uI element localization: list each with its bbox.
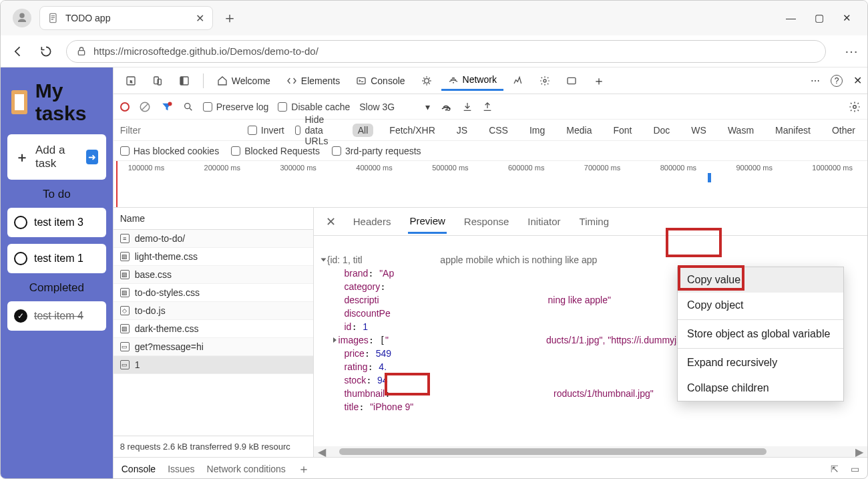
tab-elements[interactable]: Elements	[280, 71, 347, 90]
filter-input[interactable]	[120, 125, 237, 136]
filter-type[interactable]: Fetch/XHR	[384, 124, 440, 137]
filter-type[interactable]: Media	[561, 124, 597, 137]
window-close[interactable]: ✕	[843, 12, 851, 24]
request-row[interactable]: ▨light-theme.css	[114, 248, 313, 266]
ctx-copy-object[interactable]: Copy object	[678, 293, 843, 318]
filter-type[interactable]: Doc	[648, 124, 675, 137]
request-row[interactable]: ▭get?message=hi	[114, 338, 313, 356]
close-tab-icon[interactable]: ✕	[196, 12, 204, 25]
drawer-expand-icon[interactable]: ⇱	[831, 464, 839, 474]
submit-task-button[interactable]: ➜	[86, 150, 98, 164]
tab-welcome[interactable]: Welcome	[210, 71, 277, 90]
request-row-selected[interactable]: ▭1	[114, 356, 313, 374]
filter-type[interactable]: Font	[608, 124, 637, 137]
drawer-add-icon[interactable]: ＋	[298, 461, 310, 477]
network-settings-icon[interactable]	[849, 101, 861, 113]
task-circle-icon[interactable]	[14, 252, 27, 265]
network-timeline[interactable]: 100000 ms 200000 ms 300000 ms 400000 ms …	[114, 161, 867, 208]
request-row[interactable]: ▨base.css	[114, 266, 313, 284]
ctx-store-global[interactable]: Store object as global variable	[678, 321, 843, 347]
new-tab-button[interactable]: ＋	[222, 8, 237, 28]
filter-type[interactable]: CSS	[483, 124, 513, 137]
task-item[interactable]: test item 3	[7, 208, 106, 237]
address-bar[interactable]: https://microsoftedge.github.io/Demos/de…	[66, 40, 826, 63]
filter-type[interactable]: Img	[524, 124, 550, 137]
request-status-bar: 8 requests 2.6 kB transferred 9.9 kB res…	[114, 436, 313, 457]
third-party-checkbox[interactable]	[332, 146, 341, 156]
horizontal-scrollbar[interactable]: ◀▶	[314, 446, 867, 457]
detail-tab-initiator[interactable]: Initiator	[526, 210, 562, 232]
detail-tab-response[interactable]: Response	[463, 210, 511, 232]
preserve-log-checkbox[interactable]	[203, 102, 212, 112]
drawer-issues[interactable]: Issues	[168, 464, 194, 474]
export-icon[interactable]	[482, 102, 493, 112]
add-task-input[interactable]: ＋ Add a task ➜	[7, 134, 106, 180]
filter-type[interactable]: Other	[827, 124, 861, 137]
plus-icon: ＋	[15, 148, 29, 166]
refresh-button[interactable]	[38, 43, 54, 59]
record-button[interactable]	[120, 102, 130, 112]
detail-tab-preview[interactable]: Preview	[408, 210, 446, 234]
import-icon[interactable]	[462, 102, 473, 112]
help-icon[interactable]: ?	[831, 75, 843, 87]
window-maximize[interactable]: ▢	[815, 12, 824, 24]
window-minimize[interactable]: —	[786, 12, 796, 24]
filter-type[interactable]: Wasm	[722, 124, 759, 137]
filter-row: Invert Hide data URLs All Fetch/XHR JS C…	[114, 120, 867, 141]
filter-type[interactable]: Manifest	[770, 124, 816, 137]
request-row[interactable]: ◇to-do.js	[114, 302, 313, 320]
device-button[interactable]	[146, 71, 170, 90]
js-icon: ◇	[120, 306, 130, 315]
detail-tab-headers[interactable]: Headers	[352, 210, 393, 232]
browser-tab[interactable]: TODO app ✕	[39, 6, 213, 30]
invert-checkbox[interactable]	[248, 126, 257, 135]
network-conditions-icon[interactable]	[439, 101, 453, 113]
tab-window[interactable]	[560, 71, 584, 90]
css-icon: ▨	[120, 324, 130, 333]
svg-point-22	[853, 105, 857, 108]
tab-console[interactable]: Console	[349, 71, 411, 90]
blocked-cookies-checkbox[interactable]	[120, 146, 130, 156]
task-check-icon[interactable]	[14, 309, 27, 323]
search-icon[interactable]	[183, 102, 194, 112]
tab-application[interactable]	[533, 71, 557, 90]
devtools-close-icon[interactable]: ✕	[853, 74, 862, 87]
svg-point-17	[168, 102, 172, 106]
drawer-console[interactable]: Console	[122, 464, 156, 474]
ctx-expand-recursive[interactable]: Expand recursively	[678, 350, 843, 375]
filter-icon[interactable]	[160, 101, 174, 113]
tab-title: TODO app	[65, 13, 110, 23]
close-detail-icon[interactable]: ✕	[326, 214, 336, 229]
tab-debug[interactable]	[415, 71, 439, 90]
more-tabs-button[interactable]: ＋	[586, 69, 612, 93]
tab-network[interactable]: Network	[441, 70, 503, 91]
disable-cache-checkbox[interactable]	[278, 102, 287, 112]
request-row[interactable]: ▨dark-theme.css	[114, 320, 313, 338]
dock-button[interactable]	[172, 71, 196, 90]
back-button[interactable]	[10, 43, 26, 59]
devtools-menu-icon[interactable]: ⋯	[811, 75, 820, 86]
tab-performance[interactable]	[506, 71, 530, 90]
task-circle-icon[interactable]	[14, 216, 27, 229]
drawer-dock-icon[interactable]: ▭	[851, 464, 859, 474]
hide-urls-checkbox[interactable]	[295, 126, 301, 135]
clear-button[interactable]	[139, 101, 151, 113]
task-item-completed[interactable]: test item 4	[7, 301, 106, 331]
inspect-button[interactable]	[119, 71, 143, 90]
detail-tab-timing[interactable]: Timing	[578, 210, 610, 232]
throttle-select[interactable]: Slow 3G▾	[359, 102, 430, 112]
request-row[interactable]: ▨to-do-styles.css	[114, 284, 313, 302]
filter-row-2: Has blocked cookies Blocked Requests 3rd…	[114, 141, 867, 161]
css-icon: ▨	[120, 252, 130, 261]
request-row[interactable]: ≡demo-to-do/	[114, 230, 313, 248]
blocked-requests-checkbox[interactable]	[231, 146, 240, 156]
profile-avatar[interactable]	[13, 9, 31, 27]
ctx-copy-value[interactable]: Copy value	[678, 267, 843, 293]
filter-type[interactable]: All	[353, 124, 374, 137]
filter-type[interactable]: WS	[686, 124, 712, 137]
filter-type[interactable]: JS	[451, 124, 473, 137]
ctx-collapse-children[interactable]: Collapse children	[678, 375, 843, 401]
drawer-network-conditions[interactable]: Network conditions	[207, 464, 286, 474]
browser-menu-icon[interactable]: ⋯	[845, 43, 858, 59]
task-item[interactable]: test item 1	[7, 244, 106, 273]
